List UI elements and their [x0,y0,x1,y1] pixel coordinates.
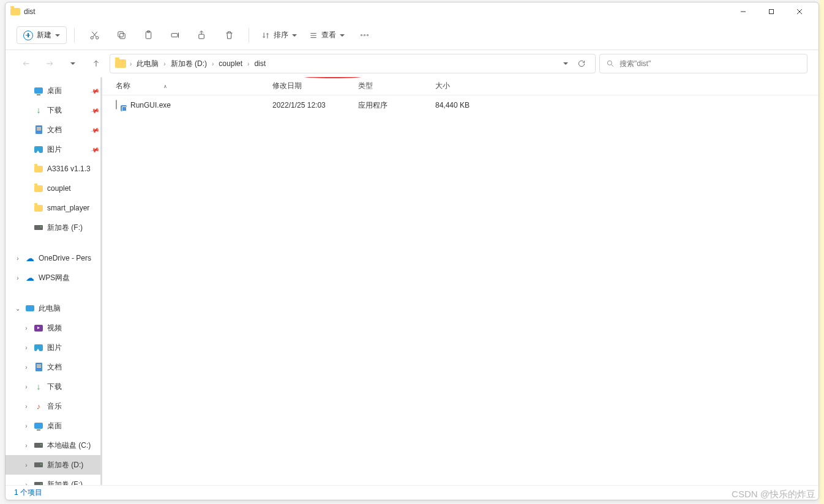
breadcrumb-item[interactable]: couplet [217,58,244,69]
up-button[interactable] [86,54,106,73]
tree-item[interactable]: ›桌面 [6,416,102,435]
tree-item[interactable]: ›♪音乐 [6,396,102,416]
tree-item[interactable]: ›☁WPS网盘 [6,268,102,287]
window-controls [729,2,814,21]
new-label: 新建 [37,30,51,40]
forward-button[interactable] [40,54,59,73]
tree-item[interactable]: ›新加卷 (F:) [6,475,102,485]
pin-icon: 📌 [90,125,100,135]
tree-item[interactable]: couplet [6,179,102,198]
tree-item[interactable]: ↓下载📌 [6,100,102,120]
cloud-icon: ☁ [25,273,35,283]
music-icon: ♪ [34,401,43,411]
expand-icon[interactable]: ⌄ [14,305,21,312]
tree-item[interactable]: ›文档 [6,357,102,377]
address-bar: › 此电脑 › 新加卷 (D:) › couplet › dist [6,50,818,77]
drive-icon [34,460,43,470]
tree-item[interactable]: ›视频 [6,318,102,338]
tree-item[interactable]: 文档📌 [6,120,102,139]
view-dropdown[interactable]: 查看 [304,27,350,43]
search-input[interactable] [620,59,801,68]
tree-item[interactable]: ›新加卷 (D:) [6,455,102,475]
expand-icon[interactable]: › [23,442,30,449]
tree-label: 此电脑 [39,303,61,314]
breadcrumb-item[interactable]: 此电脑 [135,57,160,70]
separator [74,28,75,43]
file-name: RunGUI.exe [130,101,171,109]
tree-item[interactable]: ›☁OneDrive - Pers [6,248,102,268]
status-bar: 1 个项目 [6,485,818,500]
expand-icon[interactable]: › [23,481,30,486]
delete-button[interactable] [217,24,241,46]
column-date[interactable]: 修改日期 [272,81,358,91]
copy-button[interactable] [109,24,133,46]
file-list: RunGUI.exe2022/1/25 12:03应用程序84,440 KB [102,95,818,115]
paste-button[interactable] [136,24,160,46]
tree-item[interactable]: ›本地磁盘 (C:) [6,435,102,455]
expand-icon[interactable]: › [23,344,30,351]
svg-point-21 [607,61,612,65]
tree-item[interactable]: 新加卷 (F:) [6,218,102,237]
expand-icon[interactable]: › [23,423,30,429]
tree-item[interactable]: 图片📌 [6,139,102,159]
recent-dropdown[interactable] [63,54,83,73]
tree-label: 桌面 [47,421,62,431]
sort-dropdown[interactable]: 排序 [257,27,302,43]
tree-item[interactable]: smart_player [6,198,102,218]
svg-point-18 [361,34,362,35]
tree-label: 桌面 [47,86,62,96]
tree-label: smart_player [47,204,89,212]
column-size[interactable]: 大小 [435,81,496,91]
maximize-button[interactable] [757,2,785,21]
expand-icon[interactable]: › [23,325,30,332]
tree-item[interactable]: A3316 v1.1.3 [6,159,102,179]
expand-icon[interactable]: › [14,255,21,262]
video-icon [34,323,43,333]
drive-icon [34,480,43,485]
chevron-right-icon: › [247,61,249,67]
new-button[interactable]: 新建 [17,26,67,44]
breadcrumb[interactable]: › 此电脑 › 新加卷 (D:) › couplet › dist [110,54,596,73]
pic-icon [34,144,43,154]
close-button[interactable] [785,2,814,21]
svg-point-19 [364,34,365,35]
folder-icon [34,203,43,213]
expand-icon[interactable]: › [23,403,30,410]
cut-button[interactable] [82,24,107,46]
drive-icon [34,223,43,232]
share-button[interactable] [190,24,214,46]
folder-icon [115,59,126,68]
file-date: 2022/1/25 12:03 [272,101,358,109]
minimize-button[interactable] [729,2,757,21]
back-button[interactable] [17,54,36,73]
expand-icon[interactable]: › [14,275,21,281]
breadcrumb-item[interactable]: dist [253,58,267,69]
rename-button[interactable] [163,24,187,46]
body: 桌面📌↓下载📌文档📌图片📌A3316 v1.1.3coupletsmart_pl… [6,77,818,485]
column-type[interactable]: 类型 [358,81,435,91]
breadcrumb-item[interactable]: 新加卷 (D:) [170,57,208,70]
column-name[interactable]: 名称∧ [116,81,272,91]
drive-icon [34,440,43,450]
tree-label: couplet [47,184,71,193]
chevron-right-icon: › [163,61,165,67]
doc-icon [34,362,43,372]
tree-item[interactable]: ›图片 [6,338,102,357]
more-button[interactable] [352,24,376,46]
tree-item[interactable]: ⌄此电脑 [6,298,102,318]
address-history-dropdown[interactable] [562,60,569,67]
expand-icon[interactable]: › [23,462,30,469]
refresh-button[interactable] [573,55,590,72]
svg-rect-9 [118,32,123,37]
search-box[interactable] [599,54,807,73]
tree-label: 新加卷 (D:) [47,460,83,470]
tree-item[interactable]: 桌面📌 [6,81,102,100]
file-row[interactable]: RunGUI.exe2022/1/25 12:03应用程序84,440 KB [102,95,818,115]
plus-icon [23,31,33,40]
expand-icon[interactable]: › [23,364,30,371]
expand-icon[interactable]: › [23,384,30,390]
tree-label: 文档 [47,125,62,135]
explorer-window: dist 新建 排序 查看 [5,2,819,500]
tree-item[interactable]: ›↓下载 [6,377,102,396]
file-type: 应用程序 [358,100,435,111]
